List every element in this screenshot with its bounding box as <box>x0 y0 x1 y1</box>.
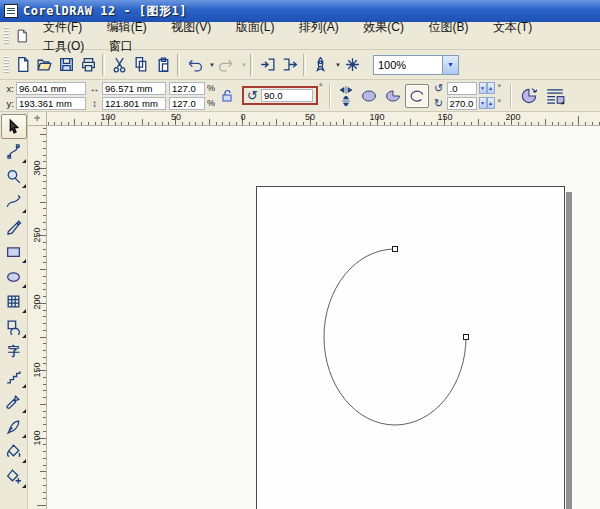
text-tool[interactable]: 字 <box>1 339 27 364</box>
elliptical-arc[interactable] <box>324 249 466 425</box>
rectangle-tool[interactable] <box>1 239 27 264</box>
lock-ratio-button[interactable] <box>218 86 236 106</box>
basic-shapes-tool[interactable] <box>1 314 27 339</box>
menu-item-arrange[interactable]: 排列(A) <box>289 16 349 38</box>
application-launcher-icon[interactable] <box>309 54 331 76</box>
toolbar-separator[interactable] <box>250 54 253 76</box>
arc-button[interactable] <box>405 84 429 108</box>
ruler-tick <box>43 215 47 216</box>
ruler-tick <box>43 377 47 378</box>
menu-item-view[interactable]: 视图(V) <box>161 16 221 38</box>
ruler-tick <box>43 478 47 479</box>
copy-icon[interactable] <box>130 54 152 76</box>
ruler-tick <box>135 122 136 126</box>
drawing-canvas[interactable] <box>47 126 600 509</box>
redo-dropdown-icon[interactable]: ▼ <box>237 54 247 76</box>
ruler-tick <box>37 505 46 506</box>
menu-item-text[interactable]: 文本(T) <box>483 16 542 38</box>
object-y-input[interactable]: 193.361 mm <box>16 97 86 110</box>
ruler-tick <box>43 330 47 331</box>
ruler-tick <box>68 122 69 126</box>
ruler-origin[interactable]: ✛ <box>28 112 47 126</box>
toolbar-buttons: ▼ ▼ <box>11 54 363 76</box>
menu-item-effects[interactable]: 效果(C) <box>353 16 414 38</box>
save-icon[interactable] <box>55 54 77 76</box>
ellipse-button[interactable] <box>357 84 381 108</box>
object-height-input[interactable]: 121.801 mm <box>102 97 166 110</box>
cut-icon[interactable] <box>108 54 130 76</box>
arc-start-node[interactable] <box>393 247 398 252</box>
ruler-tick <box>43 188 47 189</box>
percent-label: % <box>207 83 215 93</box>
zoom-level-combo[interactable]: 100% ▼ <box>373 55 459 75</box>
vertical-ruler[interactable]: 300250200150100 <box>28 126 47 509</box>
interactive-blend-tool[interactable] <box>1 364 27 389</box>
zoom-tool[interactable] <box>1 164 27 189</box>
fill-tool[interactable] <box>1 439 27 464</box>
undo-icon[interactable] <box>183 54 205 76</box>
menu-item-layout[interactable]: 版面(L) <box>226 16 285 38</box>
redo-icon[interactable] <box>215 54 237 76</box>
end-angle-input[interactable]: 270.0 <box>447 97 477 110</box>
mirror-vertical-icon <box>338 96 354 106</box>
horizontal-ruler[interactable]: 10050050100150200 <box>47 112 600 126</box>
ruler-tick <box>585 122 586 126</box>
ruler-tick <box>498 122 499 126</box>
shape-tool[interactable] <box>1 139 27 164</box>
ruler-tick <box>209 119 210 125</box>
document-icon[interactable] <box>15 28 30 44</box>
new-icon[interactable] <box>11 54 33 76</box>
toolbar-grip[interactable] <box>4 56 9 74</box>
pie-button[interactable] <box>381 84 405 108</box>
object-size-group: ↔ 96.571 mm ↕ 121.801 mm <box>89 81 166 110</box>
interactive-fill-tool[interactable] <box>1 464 27 489</box>
ruler-tick <box>43 451 47 452</box>
open-icon[interactable] <box>33 54 55 76</box>
ruler-tick <box>330 122 331 126</box>
ruler-tick <box>43 222 47 223</box>
chevron-down-icon[interactable]: ▼ <box>442 56 458 74</box>
scale-v-input[interactable]: 127.0 <box>169 97 205 110</box>
ruler-tick <box>216 122 217 126</box>
text-wrap-button[interactable] <box>542 83 568 109</box>
undo-dropdown-icon[interactable]: ▼ <box>205 54 215 76</box>
export-icon[interactable] <box>278 54 300 76</box>
ruler-tick <box>323 122 324 126</box>
end-angle-spinner[interactable]: ▼▲ <box>479 97 495 109</box>
ruler-tick <box>182 122 183 126</box>
print-icon[interactable] <box>77 54 99 76</box>
scale-h-input[interactable]: 127.0 <box>169 82 205 95</box>
import-icon[interactable] <box>256 54 278 76</box>
ruler-tick <box>229 122 230 126</box>
toolbar-separator[interactable] <box>102 54 105 76</box>
menu-item-bitmaps[interactable]: 位图(B) <box>418 16 478 38</box>
ruler-tick <box>43 181 47 182</box>
toolbar-separator[interactable] <box>303 54 306 76</box>
outline-pen-tool[interactable] <box>1 414 27 439</box>
smart-drawing-tool[interactable] <box>1 214 27 239</box>
mirror-buttons[interactable] <box>335 83 357 109</box>
launcher-dropdown-icon[interactable]: ▼ <box>331 54 341 76</box>
ruler-tick <box>276 119 277 125</box>
clockwise-arc-button[interactable] <box>516 83 542 109</box>
paste-icon[interactable] <box>152 54 174 76</box>
arc-end-node[interactable] <box>464 335 469 340</box>
pick-tool[interactable] <box>1 114 27 139</box>
freehand-tool[interactable] <box>1 189 27 214</box>
ruler-tick <box>43 350 47 351</box>
start-angle-input[interactable]: .0 <box>447 82 477 95</box>
ruler-tick <box>43 458 47 459</box>
ruler-tick <box>40 471 46 472</box>
ellipse-tool[interactable] <box>1 264 27 289</box>
ruler-tick <box>43 155 47 156</box>
corel-online-icon[interactable] <box>341 54 363 76</box>
menubar-grip[interactable] <box>4 27 9 45</box>
canvas-row: 300250200150100 <box>28 126 600 509</box>
rotation-angle-input[interactable]: 90.0 <box>261 89 313 102</box>
eyedropper-tool[interactable] <box>1 389 27 414</box>
toolbar-separator[interactable] <box>177 54 180 76</box>
graph-paper-tool[interactable] <box>1 289 27 314</box>
object-x-input[interactable]: 96.041 mm <box>16 82 86 95</box>
start-angle-spinner[interactable]: ▼▲ <box>479 82 495 94</box>
object-width-input[interactable]: 96.571 mm <box>102 82 166 95</box>
